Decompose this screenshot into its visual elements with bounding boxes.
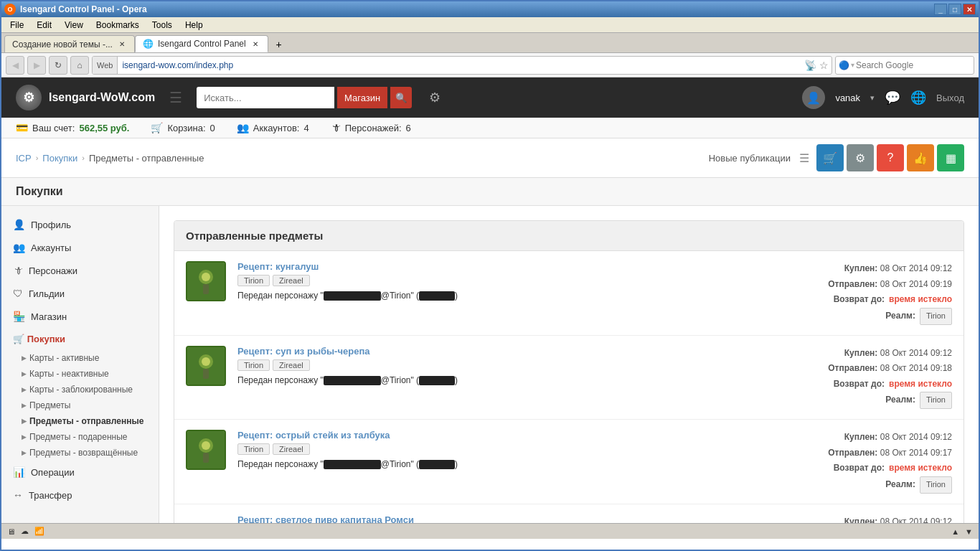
chars-sidebar-icon: 🗡 [13,265,23,276]
shop-button[interactable]: Магазин [337,87,387,108]
realm-tag-tirion-1[interactable]: Tirion [237,359,270,371]
url-bar[interactable]: Web 📡 ☆ [92,56,832,75]
breadcrumb-icp[interactable]: ICP [16,153,32,164]
url-input[interactable] [118,60,801,70]
menu-toggle-icon[interactable]: ☰ [169,89,182,106]
item-refund-0: Возврат до: время истекло [828,292,952,308]
toolbar-help-button[interactable]: ? [877,144,904,171]
back-button[interactable]: ◀ [6,56,24,75]
title-bar-controls[interactable]: _ □ ✕ [934,4,976,15]
toolbar-cart-button[interactable]: 🛒 [816,144,844,171]
realm-tag-zireael-1[interactable]: Zireael [273,359,310,371]
search-box[interactable]: 🔵 ▾ [835,56,974,75]
item-sent-0: Отправлен: 08 Окт 2014 09:19 [828,277,952,293]
username[interactable]: vanak [835,93,860,103]
settings-icon[interactable]: ⚙ [429,90,440,105]
search-submit-button[interactable]: 🔍 [390,87,412,108]
item-icon-2 [186,430,226,470]
menu-help[interactable]: Help [179,19,209,32]
sidebar-items-gifted-label: Предметы - подаренные [29,432,128,442]
item-name-2[interactable]: Рецепт: острый стейк из талбука [237,430,816,441]
site-search-input[interactable] [197,87,334,108]
sidebar-item-profile[interactable]: 👤 Профиль [1,213,159,236]
web-label: Web [93,57,118,74]
sidebar-chars-label: Персонажи [29,265,77,276]
home-button[interactable]: ⌂ [70,56,89,75]
item-row: Рецепт: острый стейк из талбука Tirion Z… [174,420,963,504]
cart-label: Корзина: [167,123,205,133]
menu-file[interactable]: File [4,19,29,32]
content-panel: Отправленные предметы Рецепт: кунгалуш [174,220,964,523]
status-scrollbar-down[interactable]: ▼ [965,527,973,536]
minimize-button[interactable]: _ [934,4,947,15]
dropdown-arrow-icon[interactable]: ▾ [870,93,875,103]
balance-label: Ваш счет: [32,123,75,133]
svg-point-10 [202,441,210,450]
sidebar-items-returned[interactable]: ▶ Предметы - возвращённые [1,445,159,461]
item-expired-1: время истекло [889,377,952,392]
item-name-3[interactable]: Рецепт: светлое пиво капитана Ромси [237,514,833,523]
item-name-0[interactable]: Рецепт: кунгалуш [237,261,816,272]
search-input[interactable] [856,60,971,70]
status-monitor-icon: 🖥 [7,527,15,536]
maximize-button[interactable]: □ [948,4,961,15]
breadcrumb-purchases[interactable]: Покупки [42,153,77,164]
menu-view[interactable]: View [59,19,89,32]
realm-tag-zireael-2[interactable]: Zireael [273,443,310,455]
toolbar-grid-button[interactable]: ▦ [937,144,964,171]
item-refund-2: Возврат до: время истекло [828,461,952,476]
realm-tag-tirion-2[interactable]: Tirion [237,443,270,455]
chat-icon[interactable]: 💬 [885,90,900,105]
menu-tools[interactable]: Tools [146,19,178,32]
close-button[interactable]: ✕ [963,4,976,15]
item-meta-3: Куплен: 08 Окт 2014 09:12 [844,514,952,523]
item-realm-row-2: Реалм: Tirion [828,476,952,494]
cart-item: 🛒 Корзина: 0 [151,122,215,133]
item-expired-2: время истекло [889,461,952,476]
sidebar-items-returned-label: Предметы - возвращённые [29,448,138,458]
item-info-3: Рецепт: светлое пиво капитана Ромси [186,514,833,523]
toolbar-gear-button[interactable]: ⚙ [847,144,874,171]
sidebar-item-accounts[interactable]: 👥 Аккаунты [1,236,159,259]
list-view-icon[interactable]: ☰ [799,151,809,165]
forward-button[interactable]: ▶ [27,56,46,75]
menu-bookmarks[interactable]: Bookmarks [90,19,145,32]
rss-icon: 📡 [804,60,816,71]
globe-icon[interactable]: 🌐 [910,90,926,105]
sidebar-blocked-cards-label: Карты - заблокированные [29,385,133,395]
sidebar-item-chars[interactable]: 🗡 Персонажи [1,259,159,282]
sidebar-items[interactable]: ▶ Предметы [1,397,159,413]
arrow-icon-4: ▶ [22,418,27,425]
sidebar-inactive-cards[interactable]: ▶ Карты - неактивные [1,366,159,382]
tab-0[interactable]: Создание новой темы -... ✕ [4,35,135,52]
menu-edit[interactable]: Edit [31,19,57,32]
tab-1[interactable]: 🌐 Isengard Control Panel ✕ [135,35,268,52]
tab-0-close[interactable]: ✕ [117,39,127,50]
site-search-area: Магазин 🔍 [197,87,412,108]
toolbar-thumb-button[interactable]: 👍 [907,144,934,171]
sidebar-blocked-cards[interactable]: ▶ Карты - заблокированные [1,382,159,397]
title-bar: O Isengard Control Panel - Opera _ □ ✕ [1,1,979,17]
logout-button[interactable]: Выход [936,93,964,103]
sidebar-item-operations[interactable]: 📊 Операции [1,461,159,484]
sidebar-items-gifted[interactable]: ▶ Предметы - подаренные [1,429,159,445]
arrow-icon-5: ▶ [22,433,27,441]
tab-1-close[interactable]: ✕ [250,39,260,49]
star-icon[interactable]: ☆ [819,60,829,71]
sidebar-active-cards[interactable]: ▶ Карты - активные [1,350,159,366]
new-tab-button[interactable]: + [271,37,287,52]
item-desc-1: Передан персонажу "@Tirion" () [237,375,816,385]
sidebar-item-guilds[interactable]: 🛡 Гильдии [1,282,159,305]
new-publications-label[interactable]: Новые публикации [709,153,791,164]
reload-button[interactable]: ↻ [49,56,67,75]
status-scrollbar-up[interactable]: ▲ [951,527,959,536]
realm-tag-zireael-0[interactable]: Zireael [273,275,310,286]
item-name-1[interactable]: Рецепт: суп из рыбы-черепа [237,346,816,357]
sidebar-accounts-label: Аккаунты [31,242,71,253]
search-dropdown[interactable]: ▾ [851,61,854,69]
sidebar-item-shop[interactable]: 🏪 Магазин [1,305,159,328]
sidebar-items-sent[interactable]: ▶ Предметы - отправленные [1,413,159,429]
sidebar-item-transfer[interactable]: ↔ Трансфер [1,484,159,507]
item-icon-1 [186,346,226,386]
realm-tag-tirion-0[interactable]: Tirion [237,275,270,286]
